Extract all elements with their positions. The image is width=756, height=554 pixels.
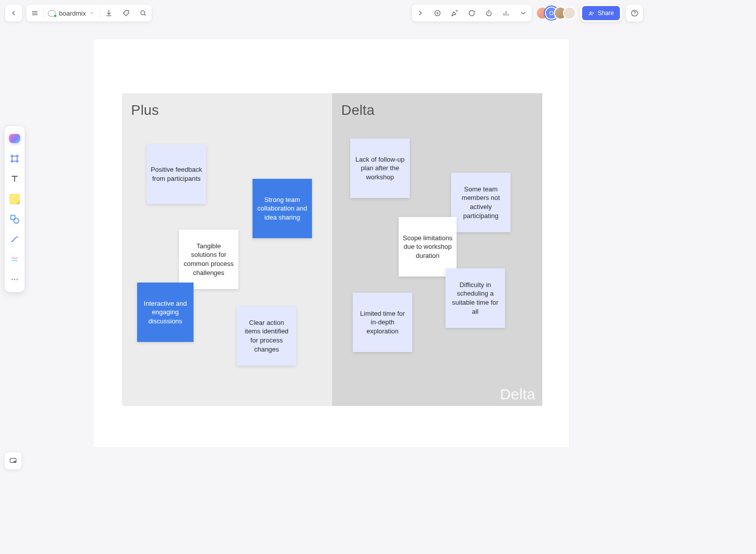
sticky-note-text: Strong team collaboration and idea shari… [257, 195, 308, 222]
text-tool[interactable] [5, 169, 25, 188]
document-title-label: boardmix [59, 10, 86, 17]
expand-right-button[interactable] [412, 5, 429, 22]
sticky-note-text: Tangible solutions for common process ch… [183, 242, 234, 277]
ai-icon [9, 134, 20, 143]
sticky-note-text: Positive feedback from participants [151, 165, 202, 183]
svg-point-32 [17, 279, 18, 281]
celebrate-button[interactable] [446, 5, 463, 22]
sticky-note[interactable]: Lack of follow-up plan after the worksho… [350, 138, 410, 198]
mindmap-tool[interactable] [5, 250, 25, 269]
search-button[interactable] [135, 5, 152, 22]
shape-tool[interactable] [5, 210, 25, 229]
tool-palette [5, 126, 25, 292]
sticky-note-text: Lack of follow-up plan after the worksho… [354, 155, 406, 182]
sticky-note-text: Limited time for in-depth exploration [357, 309, 408, 336]
cloud-sync-icon [48, 9, 56, 17]
sticky-note[interactable]: Tangible solutions for common process ch… [179, 230, 238, 289]
sticky-note[interactable]: Difficulty in scheduling a suitable time… [446, 268, 505, 328]
sticky-note[interactable]: Clear action items identified for proces… [237, 306, 296, 366]
comment-button[interactable] [463, 5, 480, 22]
help-button[interactable] [626, 5, 643, 22]
more-tools-button[interactable] [515, 5, 532, 22]
vote-button[interactable] [497, 5, 515, 22]
svg-line-9 [457, 12, 457, 12]
avatar[interactable] [563, 7, 576, 20]
svg-marker-7 [437, 12, 439, 14]
share-button[interactable]: Share [582, 6, 620, 20]
sticky-note-text: Interactive and engaging discussions [141, 299, 190, 326]
svg-point-4 [141, 11, 145, 15]
ai-tool[interactable] [5, 129, 25, 148]
delta-column-title: Delta [341, 102, 374, 118]
svg-point-31 [14, 279, 16, 281]
svg-point-30 [12, 279, 13, 281]
svg-line-5 [145, 14, 146, 16]
sticky-note[interactable]: Some team members not actively participa… [451, 173, 511, 232]
svg-point-21 [634, 15, 635, 15]
document-title-dropdown[interactable]: boardmix [44, 5, 100, 22]
sticky-note-text: Clear action items identified for proces… [241, 318, 292, 354]
sticky-note[interactable]: Limited time for in-depth exploration [353, 293, 412, 352]
canvas-page[interactable]: Plus Positive feedback from participants… [94, 39, 569, 447]
sticky-note[interactable]: Scope limitations due to workshop durati… [399, 217, 457, 276]
download-button[interactable] [100, 5, 117, 22]
plus-column-title: Plus [131, 102, 159, 118]
sticky-note[interactable]: Positive feedback from participants [147, 145, 206, 204]
minimap-toggle[interactable] [5, 452, 22, 469]
frame-tool[interactable] [5, 149, 25, 168]
sticky-note-tool[interactable] [5, 189, 25, 209]
delta-watermark: Delta [500, 386, 535, 403]
sticky-note[interactable]: Strong team collaboration and idea shari… [253, 179, 312, 238]
timer-button[interactable] [480, 5, 497, 22]
sticky-note-text: Scope limitations due to workshop durati… [403, 234, 453, 260]
svg-point-3 [127, 12, 128, 13]
collaborator-avatars[interactable]: O [536, 7, 576, 20]
svg-line-8 [456, 10, 456, 11]
svg-point-10 [457, 10, 457, 11]
plus-column[interactable]: Plus Positive feedback from participants… [122, 93, 332, 406]
back-button[interactable] [5, 5, 22, 22]
svg-point-17 [590, 12, 591, 13]
sticky-note-text: Some team members not actively participa… [455, 185, 507, 220]
avatar-initial: O [549, 10, 554, 16]
plus-delta-board: Plus Positive feedback from participants… [122, 93, 542, 406]
present-button[interactable] [429, 5, 446, 22]
svg-point-29 [14, 218, 19, 223]
connector-tool[interactable] [5, 230, 25, 249]
share-button-label: Share [598, 10, 614, 17]
more-tools[interactable] [5, 270, 25, 289]
menu-button[interactable] [26, 5, 43, 22]
delta-column[interactable]: Delta Delta Lack of follow-up plan after… [332, 93, 542, 406]
tag-button[interactable] [117, 5, 135, 22]
sticky-note-icon [10, 194, 20, 204]
sticky-note-text: Difficulty in scheduling a suitable time… [450, 281, 501, 316]
sticky-note[interactable]: Interactive and engaging discussions [137, 283, 194, 342]
